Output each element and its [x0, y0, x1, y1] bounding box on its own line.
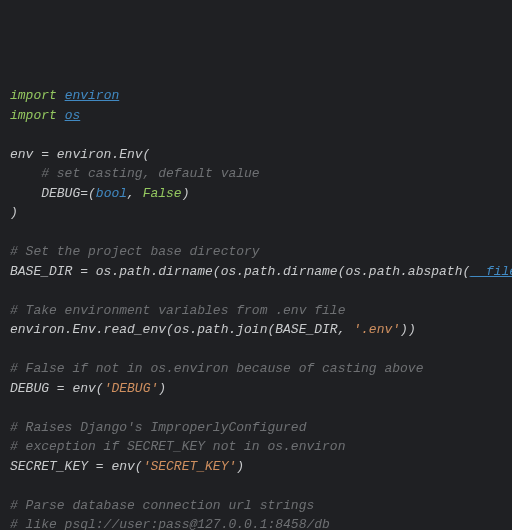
code-token-comment: # Parse database connection url strings: [10, 498, 314, 513]
code-token-str: '.env': [353, 322, 400, 337]
code-token-comment: # Raises Django's ImproperlyConfigured: [10, 420, 306, 435]
code-token-bool: False: [143, 186, 182, 201]
code-token-mod: environ: [65, 88, 120, 103]
code-token-kw: import: [10, 108, 57, 123]
code-token-comment: # Set the project base directory: [10, 244, 260, 259]
code-token-comment: # exception if SECRET_KEY not in os.envi…: [10, 439, 345, 454]
code-token-comment: # set casting, default value: [41, 166, 259, 181]
code-token-str: 'DEBUG': [104, 381, 159, 396]
code-block: import environ import os env = environ.E…: [10, 86, 502, 530]
code-token-comment: # like psql://user:pass@127.0.0.1:8458/d…: [10, 517, 330, 530]
code-token-mod: os: [65, 108, 81, 123]
code-token-builtin: bool: [96, 186, 127, 201]
code-token-dunder: __file__: [470, 264, 512, 279]
code-token-str: 'SECRET_KEY': [143, 459, 237, 474]
code-token-comment: # False if not in os.environ because of …: [10, 361, 423, 376]
code-token-comment: # Take environment variables from .env f…: [10, 303, 345, 318]
code-token-kw: import: [10, 88, 57, 103]
